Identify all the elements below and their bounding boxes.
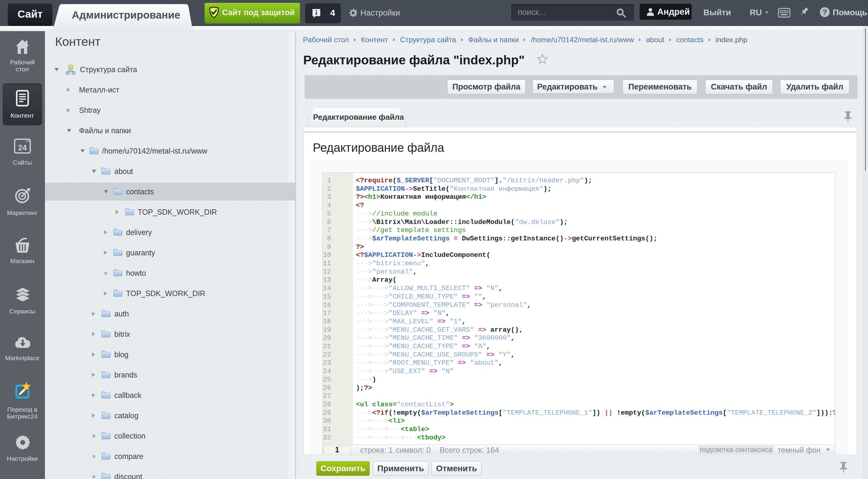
svg-text:24: 24 xyxy=(18,143,27,152)
